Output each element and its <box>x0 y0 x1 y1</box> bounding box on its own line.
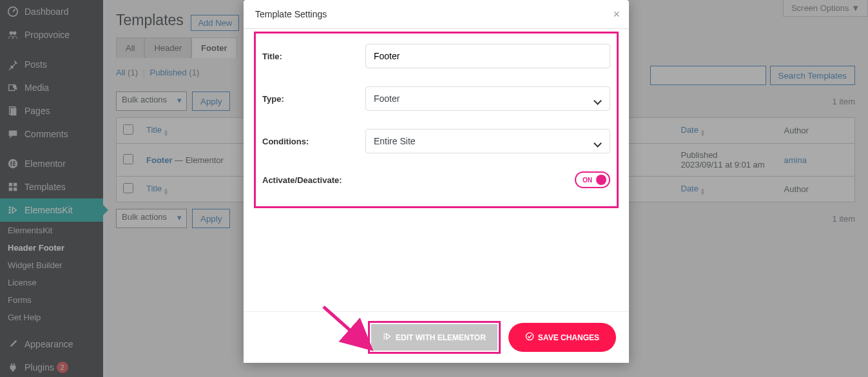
title-input[interactable] <box>365 44 610 68</box>
edit-with-elementor-button[interactable]: EDIT WITH ELEMENTOR <box>371 324 497 351</box>
svg-point-22 <box>526 333 533 340</box>
check-circle-icon <box>525 332 534 343</box>
modal-title: Template Settings <box>255 9 327 19</box>
conditions-label: Conditions: <box>262 137 365 146</box>
toggle-knob-icon <box>596 175 606 185</box>
activate-label: Activate/Deactivate: <box>262 175 365 185</box>
close-icon[interactable]: × <box>613 8 620 21</box>
conditions-select[interactable]: Entire Site <box>365 129 610 153</box>
annotation-highlight: Title: Type: Footer Conditions: Entire S… <box>254 32 619 208</box>
type-label: Type: <box>262 94 365 104</box>
save-changes-button[interactable]: SAVE CHANGES <box>508 323 616 352</box>
title-label: Title: <box>262 52 365 61</box>
modal-header: Template Settings × <box>244 0 629 29</box>
modal-footer: EDIT WITH ELEMENTOR SAVE CHANGES <box>244 311 629 363</box>
type-select[interactable]: Footer <box>365 86 610 111</box>
annotation-highlight-button: EDIT WITH ELEMENTOR <box>368 321 501 354</box>
svg-rect-20 <box>383 336 385 337</box>
elementskit-small-icon <box>383 332 392 343</box>
svg-rect-19 <box>383 333 385 334</box>
activate-toggle[interactable]: ON <box>575 171 610 188</box>
svg-rect-21 <box>383 338 385 339</box>
template-settings-modal: Template Settings × Title: Type: Footer … <box>244 0 629 363</box>
